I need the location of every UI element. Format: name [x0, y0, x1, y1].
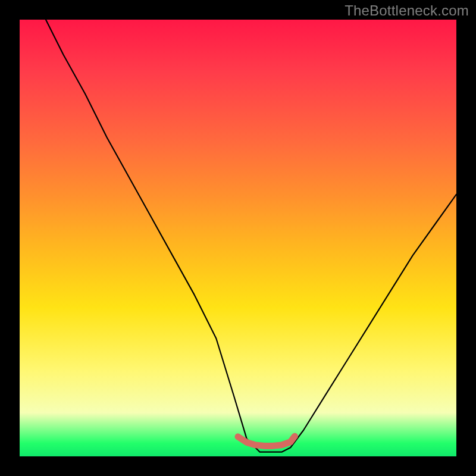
- watermark-text: TheBottleneck.com: [345, 2, 469, 19]
- curve-svg: [20, 20, 456, 456]
- plot-area: [20, 20, 456, 456]
- bottleneck-curve: [46, 20, 456, 452]
- chart-frame: TheBottleneck.com: [0, 0, 476, 476]
